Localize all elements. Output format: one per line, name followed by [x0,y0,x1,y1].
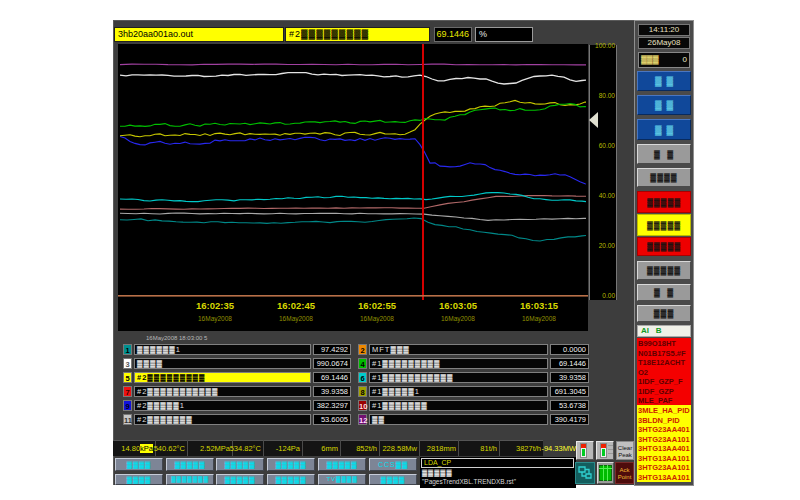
svg-text:16May2008: 16May2008 [441,315,475,323]
svg-text:16:02:35: 16:02:35 [196,300,235,311]
svg-text:16:03:15: 16:03:15 [520,300,559,311]
svg-text:16:02:45: 16:02:45 [277,300,316,311]
svg-text:16May2008: 16May2008 [198,315,232,323]
svg-text:16May2008: 16May2008 [360,315,394,323]
svg-text:16May2008: 16May2008 [279,315,313,323]
svg-text:16:02:55: 16:02:55 [358,300,397,311]
svg-text:16May2008: 16May2008 [522,315,556,323]
svg-text:16:03:05: 16:03:05 [439,300,478,311]
